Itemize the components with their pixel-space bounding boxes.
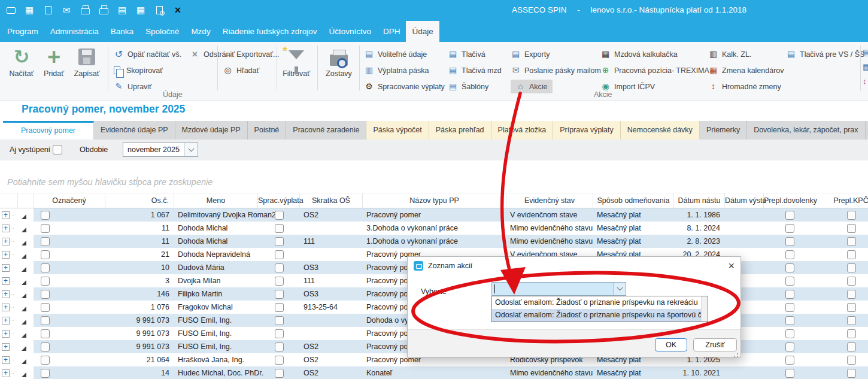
print-icon[interactable] [79,4,91,16]
menu-item-daje[interactable]: Údaje [406,21,439,42]
obdobie-select[interactable]: november 2025 [123,142,198,157]
row-sprac-checkbox[interactable] [275,303,284,312]
column-header-nastup[interactable]: Dátum nástu [674,193,725,208]
tab-p-ska-preh-ad[interactable]: Páska prehľad [429,121,491,140]
tab-p-ska-v-po-et[interactable]: Páska výpočet [366,121,429,140]
pridat-button[interactable]: + Pridať [40,44,68,90]
row-prepl_dov-checkbox[interactable] [785,211,794,220]
print-preview-icon[interactable] [98,4,110,16]
row-prepl_dov-checkbox[interactable] [785,316,794,325]
exporty-button[interactable]: ▤Exporty [511,49,550,59]
row-sprac-checkbox[interactable] [275,342,284,351]
column-header-osc[interactable]: Os.č. [105,193,174,208]
column-header-blank[interactable] [18,193,34,208]
pdf-export-icon[interactable] [42,4,54,16]
abl-ny-button[interactable]: ▤Šablóny [448,81,488,92]
menu-item-mzdy[interactable]: Mzdy [185,21,216,42]
tab-dovolenka-lek-r-z-po-et-prax[interactable]: Dovolenka, lekár, zápočet, prax [747,121,865,140]
menu-item-riadenie-udsk-ch-zdrojov[interactable]: Riadenie ľudských zdrojov [217,21,323,42]
export-button[interactable]: →Exportovať... [223,49,279,59]
tab-priemerky[interactable]: Priemerky [700,121,747,140]
row-oznaceny-checkbox[interactable] [41,356,50,365]
table-icon[interactable]: ▤ [863,48,868,57]
row-oznaceny-checkbox[interactable] [41,250,50,259]
row-prepl_kpc-checkbox[interactable] [847,369,856,378]
column-header-sposob[interactable]: Spôsob odmeňovania [593,193,674,208]
row-prepl_kpc-checkbox[interactable] [847,356,856,365]
expand-row-button[interactable]: + [2,304,10,311]
zapisat-button[interactable]: Zapísať [71,44,103,90]
row-prepl_dov-checkbox[interactable] [785,342,794,351]
table-row[interactable]: +··1 067Delimitovaný Dvojka Roman2OS2Pra… [0,208,868,222]
column-header-prepl_kpc[interactable]: Prepl.KPČ [815,193,868,208]
chevron-down-icon[interactable] [184,143,198,156]
kalk-zl-button[interactable]: ▥Kalk. ZL. [708,49,751,59]
spracovanie-v-platy-button[interactable]: ⚙Spracovanie výplaty [364,81,445,92]
action-option[interactable]: Odoslať emailom: Žiadosť o priznanie prí… [492,309,708,322]
row-prepl_dov-checkbox[interactable] [785,303,794,312]
row-prepl_dov-checkbox[interactable] [785,277,794,286]
chevron-down-icon[interactable] [613,283,626,295]
dialog-titlebar[interactable]: Zoznam akcií × [408,257,740,274]
aj-vystupeni-checkbox[interactable] [53,145,62,154]
sort-az-icon[interactable]: ↕ [863,77,868,86]
table-row[interactable]: +··11Dohoda Michal3.Dohoda o vykonaní pr… [0,222,868,235]
mzdov-kalkula-ka-button[interactable]: ▦Mzdová kalkulačka [600,49,678,59]
menu-item-tovn-ctvo[interactable]: Účtovníctvo [323,21,377,42]
row-prepl_dov-checkbox[interactable] [785,329,794,338]
expand-row-button[interactable]: + [2,369,10,377]
row-prepl_kpc-checkbox[interactable] [847,303,856,312]
tab-eviden-n-daje-pp[interactable]: Evidenčné údaje PP [94,121,175,140]
row-sprac-checkbox[interactable] [275,277,284,286]
column-header-oznaceny[interactable]: Označený [34,193,105,208]
row-oznaceny-checkbox[interactable] [41,263,50,272]
menu-item-dph[interactable]: DPH [377,21,406,42]
resize-grip[interactable] [737,353,738,354]
tab-mzdov-daje-pp[interactable]: Mzdové údaje PP [175,121,248,140]
column-header-skratka[interactable]: Skratka OŠ [300,193,363,208]
expand-row-button[interactable]: + [2,356,10,364]
expand-row-button[interactable]: + [2,277,10,285]
row-prepl_dov-checkbox[interactable] [785,356,794,365]
expand-row-button[interactable]: + [2,225,10,232]
tla-iv-mzd-button[interactable]: ▤Tlačivá mzd [448,65,502,75]
nacitat-button[interactable]: ↻ Načítať [6,44,37,90]
row-prepl_kpc-checkbox[interactable] [847,290,856,299]
window-icon[interactable] [5,4,17,16]
cancel-button[interactable]: Zrušiť [693,338,737,351]
expand-row-button[interactable]: + [2,330,10,338]
row-prepl_kpc-checkbox[interactable] [847,224,856,233]
column-header-nazov[interactable]: Názov typu PP [363,193,506,208]
row-sprac-checkbox[interactable] [275,263,284,272]
hromadn-zmeny-button[interactable]: ↕Hromadné zmeny [708,81,781,92]
row-sprac-checkbox[interactable] [275,224,284,233]
row-sprac-checkbox[interactable] [275,237,284,246]
copy-button[interactable]: Skopírovať [114,66,163,75]
tools-icon[interactable]: × [172,4,184,16]
expand-row-button[interactable]: + [2,317,10,325]
row-oznaceny-checkbox[interactable] [41,316,50,325]
expand-row-button[interactable]: + [2,211,10,219]
table-icon[interactable]: ▦ [863,62,868,71]
tab-pracovn-pomer[interactable]: Pracovný pomer [3,121,94,140]
column-header-meno[interactable]: Meno [174,193,258,208]
menu-item-spolo-n[interactable]: Spoločné [139,21,185,42]
row-oznaceny-checkbox[interactable] [41,342,50,351]
edit-button[interactable]: ✎Upraviť [114,81,152,92]
ok-button[interactable]: OK [655,338,687,351]
reload-all-button[interactable]: ↺Opäť načítať vš. [114,49,181,59]
row-prepl_dov-checkbox[interactable] [785,263,794,272]
row-prepl_kpc-checkbox[interactable] [847,263,856,272]
poslanie-p-sky-mailom-button[interactable]: ✉Poslanie pásky mailom [511,65,601,75]
tab-platov-zlo-ka[interactable]: Platová zložka [491,121,554,140]
dropdown-scrollbar[interactable] [701,296,708,322]
v-platn-p-ska-button[interactable]: ▥Výplatná páska [364,65,429,75]
excel-export-icon[interactable]: ▦ [23,4,35,16]
document-search-icon[interactable] [153,4,165,16]
row-prepl_kpc-checkbox[interactable] [847,342,856,351]
column-header-stav[interactable]: Evidenčný stav [506,193,593,208]
expand-row-button[interactable]: + [2,238,10,245]
row-prepl_kpc-checkbox[interactable] [847,250,856,259]
row-sprac-checkbox[interactable] [275,250,284,259]
row-oznaceny-checkbox[interactable] [41,369,50,378]
